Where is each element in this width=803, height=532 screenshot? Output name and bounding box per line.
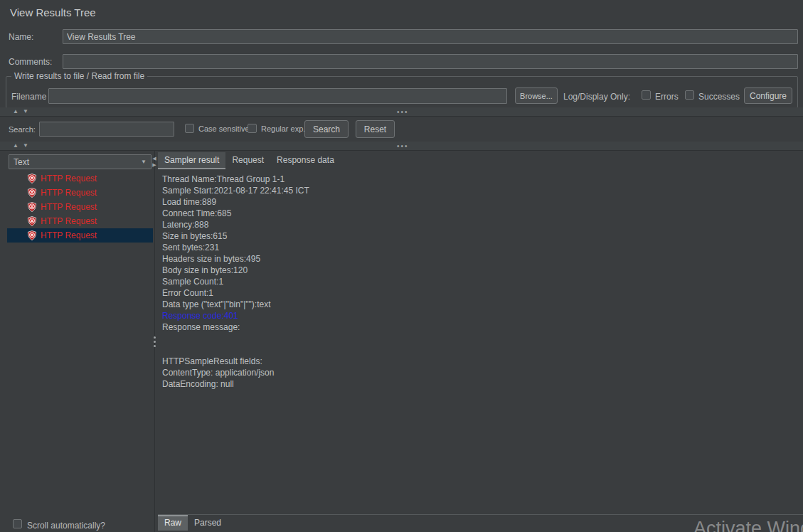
result-line: Sample Start:2021-08-17 22:41:45 ICT xyxy=(162,186,309,197)
result-line: Load time:889 xyxy=(162,197,309,208)
tab-response-data[interactable]: Response data xyxy=(270,152,341,168)
tree-item-label: HTTP Request xyxy=(41,202,97,212)
tab-sampler-result[interactable]: Sampler result xyxy=(158,152,225,168)
tree-item-label: HTTP Request xyxy=(41,230,97,240)
regular-exp-checkbox[interactable] xyxy=(248,124,257,133)
result-line xyxy=(162,334,309,345)
comments-label: Comments: xyxy=(9,57,52,67)
result-line: Response message: xyxy=(162,322,309,334)
result-line: Body size in bytes:120 xyxy=(162,265,309,277)
tree-item-http-request-1[interactable]: HTTP Request xyxy=(7,171,153,186)
tree-item-label: HTTP Request xyxy=(41,174,97,183)
errors-checkbox[interactable] xyxy=(642,90,651,100)
result-line: DataEncoding: null xyxy=(162,379,309,390)
tree-item-http-request-5-selected[interactable]: HTTP Request xyxy=(7,228,153,243)
configure-button[interactable]: Configure xyxy=(744,87,792,104)
tab-parsed[interactable]: Parsed xyxy=(188,515,228,531)
error-shield-icon xyxy=(27,188,37,198)
chevron-down-icon: ▼ xyxy=(141,159,147,165)
browse-button[interactable]: Browse... xyxy=(515,87,558,104)
result-line: Headers size in bytes:495 xyxy=(162,254,309,265)
result-line: Error Count:1 xyxy=(162,288,309,299)
write-results-group-legend: Write results to file / Read from file xyxy=(11,71,147,81)
reset-button[interactable]: Reset xyxy=(356,120,395,138)
result-line: Connect Time:685 xyxy=(162,208,309,220)
result-line: ContentType: application/json xyxy=(162,368,309,379)
tree-item-label: HTTP Request xyxy=(41,188,97,198)
case-sensitive-label: Case sensitive xyxy=(198,124,250,133)
error-shield-icon xyxy=(27,174,37,183)
view-results-tree-window: { "window": { "title": "View Results Tre… xyxy=(0,0,803,532)
scroll-automatically-checkbox[interactable] xyxy=(13,519,22,528)
splitter-grip-icon[interactable]: ••• xyxy=(397,109,409,116)
successes-checkbox-label: Successes xyxy=(698,92,740,102)
splitter-collapse-down-icon[interactable]: ▼ xyxy=(23,107,28,116)
search-button[interactable]: Search xyxy=(304,120,349,138)
result-line: Thread Name:Thread Group 1-1 xyxy=(162,174,309,186)
log-display-only-label: Log/Display Only: xyxy=(563,92,630,102)
bottom-tab-divider xyxy=(158,514,803,515)
result-line xyxy=(162,345,309,356)
filename-input[interactable] xyxy=(48,88,507,104)
bottom-tabstrip: Raw Parsed xyxy=(158,515,228,531)
activate-windows-watermark: Activate Windows xyxy=(693,518,803,532)
result-line: Size in bytes:615 xyxy=(162,231,309,243)
tree-item-http-request-4[interactable]: HTTP Request xyxy=(7,214,153,228)
filename-label: Filename xyxy=(11,92,46,102)
tree-item-label: HTTP Request xyxy=(41,216,97,226)
result-line: HTTPSampleResult fields: xyxy=(162,356,309,368)
error-shield-icon xyxy=(27,216,37,226)
error-shield-icon xyxy=(27,230,37,240)
result-line: Data type ("text"|"bin"|""):text xyxy=(162,299,309,311)
tree-item-http-request-3[interactable]: HTTP Request xyxy=(7,200,153,214)
splitter-collapse-up-icon[interactable]: ▲ xyxy=(13,142,18,150)
tree-view-mode-value: Text xyxy=(14,157,29,167)
tree-item-http-request-2[interactable]: HTTP Request xyxy=(7,186,153,200)
sampler-result-content: Thread Name:Thread Group 1-1 Sample Star… xyxy=(162,174,309,390)
error-shield-icon xyxy=(27,202,37,212)
vertical-splitter-grip-icon[interactable] xyxy=(152,336,156,347)
result-line: Sent bytes:231 xyxy=(162,243,309,254)
search-label: Search: xyxy=(9,125,36,134)
splitter-grip-icon[interactable]: ••• xyxy=(397,143,409,150)
comments-input[interactable] xyxy=(63,54,798,69)
name-label: Name: xyxy=(9,32,33,42)
errors-checkbox-label: Errors xyxy=(655,92,679,102)
name-input[interactable] xyxy=(63,29,798,44)
splitter-collapse-down-icon[interactable]: ▼ xyxy=(23,142,28,150)
tab-request[interactable]: Request xyxy=(225,152,270,168)
horizontal-splitter-1[interactable]: ▲ ▼ ••• xyxy=(0,107,803,117)
results-tabstrip: Sampler result Request Response data xyxy=(158,151,341,168)
case-sensitive-checkbox[interactable] xyxy=(185,124,194,133)
splitter-collapse-left-icon[interactable]: ◀▶ xyxy=(151,155,157,168)
search-input[interactable] xyxy=(39,122,174,137)
result-line: Latency:888 xyxy=(162,220,309,231)
result-line: Sample Count:1 xyxy=(162,277,309,288)
successes-checkbox[interactable] xyxy=(685,90,694,100)
response-code-link[interactable]: Response code:401 xyxy=(162,311,309,322)
regular-exp-label: Regular exp. xyxy=(261,124,305,133)
page-title: View Results Tree xyxy=(10,6,96,18)
scroll-automatically-label: Scroll automatically? xyxy=(27,521,105,531)
tab-raw[interactable]: Raw xyxy=(158,515,188,531)
splitter-collapse-up-icon[interactable]: ▲ xyxy=(13,107,18,116)
tree-view-mode-select[interactable]: Text ▼ xyxy=(9,154,151,169)
horizontal-splitter-2[interactable]: ▲ ▼ ••• xyxy=(0,142,803,151)
